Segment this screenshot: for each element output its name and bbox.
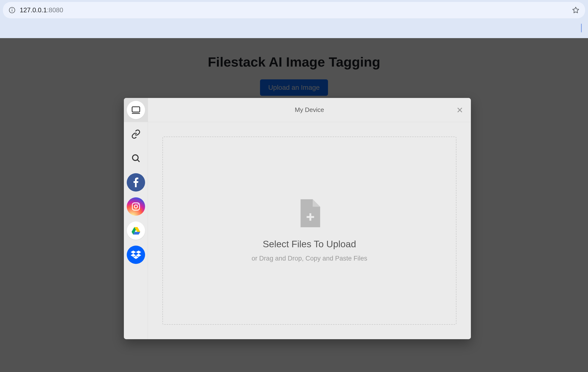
dropzone-title: Select Files To Upload xyxy=(263,239,356,250)
file-plus-icon xyxy=(299,199,320,227)
svg-rect-4 xyxy=(132,107,140,112)
close-icon[interactable] xyxy=(455,106,464,114)
source-instagram[interactable] xyxy=(124,195,148,219)
svg-point-6 xyxy=(132,155,138,160)
source-dropbox[interactable] xyxy=(124,243,148,267)
dropzone[interactable]: Select Files To Upload or Drag and Drop,… xyxy=(162,137,456,325)
instagram-icon xyxy=(127,197,145,216)
search-icon xyxy=(127,149,145,167)
bookmark-star-icon[interactable] xyxy=(572,7,579,14)
source-googledrive[interactable] xyxy=(124,219,148,243)
svg-point-10 xyxy=(138,204,138,205)
source-local[interactable] xyxy=(124,98,148,122)
source-search[interactable] xyxy=(124,146,148,170)
svg-line-7 xyxy=(137,160,139,162)
link-icon xyxy=(127,125,145,143)
file-picker-modal: My Device xyxy=(124,98,471,339)
facebook-icon xyxy=(127,173,145,192)
source-facebook[interactable] xyxy=(124,170,148,195)
dropbox-icon xyxy=(127,246,145,264)
url-host: 127.0.0.1 xyxy=(20,7,47,14)
svg-point-2 xyxy=(12,9,12,9)
source-url[interactable] xyxy=(124,122,148,146)
bookmark-bar xyxy=(3,18,585,38)
url-bar[interactable]: 127.0.0.1:8080 xyxy=(3,2,585,18)
bookmark-overflow-icon[interactable] xyxy=(581,24,582,32)
browser-chrome: 127.0.0.1:8080 xyxy=(0,0,588,38)
url-port: :8080 xyxy=(47,7,63,14)
picker-title: My Device xyxy=(295,106,324,114)
picker-main: My Device xyxy=(148,98,471,339)
svg-point-9 xyxy=(134,205,137,208)
dropzone-subtitle: or Drag and Drop, Copy and Paste Files xyxy=(252,255,367,262)
googledrive-icon xyxy=(127,221,145,240)
picker-body: Select Files To Upload or Drag and Drop,… xyxy=(148,122,471,339)
info-icon[interactable] xyxy=(9,7,15,13)
svg-marker-3 xyxy=(573,7,579,13)
picker-sidebar xyxy=(124,98,148,339)
page-wrapper: Filestack AI Image Tagging Upload an Ima… xyxy=(0,38,588,372)
url-text[interactable]: 127.0.0.1:8080 xyxy=(20,7,568,14)
picker-header: My Device xyxy=(148,98,471,122)
device-icon xyxy=(127,101,145,119)
